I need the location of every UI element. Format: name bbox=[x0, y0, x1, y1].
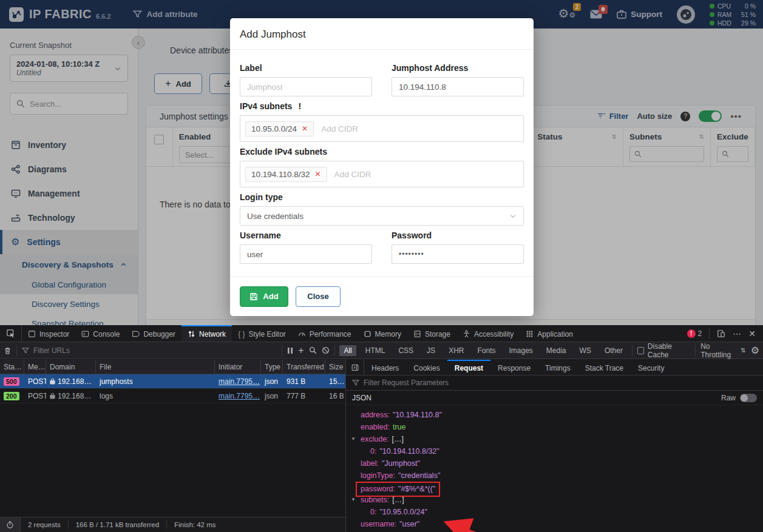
requests-count: 2 requests bbox=[21, 521, 68, 528]
app-window: IP FABRIC 6.6.2 Add attribute ⚙⚙ 2 bbox=[0, 0, 763, 325]
json-section-header: JSON Raw bbox=[346, 391, 763, 405]
tab-console[interactable]: Console bbox=[75, 325, 126, 342]
filter-xhr[interactable]: XHR bbox=[444, 345, 468, 356]
json-row-enabled[interactable]: enabledtrue bbox=[346, 421, 763, 433]
tab-style-editor[interactable]: { } Style Editor bbox=[232, 325, 292, 342]
modal-title: Add Jumphost bbox=[240, 29, 524, 41]
tab-inspector[interactable]: Inspector bbox=[22, 325, 75, 342]
json-row-exclude-0[interactable]: 0"10.194.110.8/32" bbox=[346, 445, 763, 457]
tab-stack-trace[interactable]: Stack Trace bbox=[578, 360, 631, 375]
network-settings-gear-icon[interactable]: ⚙ bbox=[751, 345, 759, 356]
add-cidr-placeholder: Add CIDR bbox=[334, 170, 371, 179]
filter-media[interactable]: Media bbox=[542, 345, 571, 356]
column-initiator[interactable]: Initiator bbox=[215, 360, 261, 374]
tab-application[interactable]: Application bbox=[520, 325, 579, 342]
modal-add-button[interactable]: Add bbox=[240, 286, 288, 307]
modal-close-button[interactable]: Close bbox=[296, 286, 341, 307]
column-domain[interactable]: Domain bbox=[46, 360, 96, 374]
exclude-tag: 10.194.110.8/32 ✕ bbox=[245, 167, 327, 182]
close-devtools-button[interactable]: ✕ bbox=[748, 329, 756, 338]
json-row-label[interactable]: label"Jumphost" bbox=[346, 457, 763, 470]
tab-memory[interactable]: Memory bbox=[358, 325, 407, 342]
tab-network[interactable]: Network bbox=[181, 325, 232, 342]
timing-toggle-button[interactable] bbox=[0, 517, 21, 532]
tab-response[interactable]: Response bbox=[490, 360, 538, 375]
tab-security[interactable]: Security bbox=[631, 360, 671, 375]
subnets-input[interactable]: 10.95.0.0/24 ✕ Add CIDR bbox=[240, 115, 524, 142]
pause-requests-button[interactable] bbox=[287, 347, 293, 354]
error-count-badge[interactable]: ! 2 bbox=[687, 329, 702, 338]
tab-cookies[interactable]: Cookies bbox=[406, 360, 447, 375]
request-list-header: Sta… Me… Domain File Initiator Type Tran… bbox=[0, 360, 345, 374]
username-input[interactable] bbox=[240, 244, 372, 264]
filter-other[interactable]: Other bbox=[600, 345, 627, 356]
modal-footer: Add Close bbox=[230, 276, 534, 316]
responsive-mode-button[interactable] bbox=[717, 329, 725, 338]
request-row-logs[interactable]: 200 POST 192.168… logs main.7795… json 7… bbox=[0, 389, 345, 403]
devtools-menu-button[interactable]: ⋯ bbox=[733, 329, 741, 338]
column-type[interactable]: Type bbox=[261, 360, 283, 374]
finish-time: Finish: 42 ms bbox=[167, 521, 223, 528]
json-row-subnets[interactable]: ▼subnets[…] bbox=[346, 494, 763, 506]
filter-fonts[interactable]: Fonts bbox=[473, 345, 500, 356]
json-row-logintype[interactable]: loginType"credentials" bbox=[346, 470, 763, 482]
password-input[interactable] bbox=[392, 244, 524, 264]
filter-ws[interactable]: WS bbox=[575, 345, 595, 356]
filter-images[interactable]: Images bbox=[504, 345, 537, 356]
clear-requests-button[interactable] bbox=[4, 346, 12, 355]
filter-request-parameters-input[interactable] bbox=[364, 379, 757, 387]
remove-tag-icon[interactable]: ✕ bbox=[302, 124, 308, 133]
initiator-link[interactable]: main.7795… bbox=[219, 377, 260, 386]
tab-headers[interactable]: Headers bbox=[364, 360, 406, 375]
initiator-link[interactable]: main.7795… bbox=[219, 392, 260, 400]
jumphost-address-input[interactable] bbox=[392, 77, 524, 96]
disable-cache-checkbox[interactable]: Disable Cache bbox=[637, 342, 690, 359]
devtools-panel: Inspector Console Debugger Network { } S… bbox=[0, 325, 763, 532]
collapse-details-button[interactable] bbox=[346, 360, 364, 375]
filter-all[interactable]: All bbox=[339, 345, 356, 356]
search-requests-button[interactable] bbox=[309, 346, 317, 354]
label-input[interactable] bbox=[240, 77, 372, 96]
column-method[interactable]: Me… bbox=[24, 360, 46, 374]
username-label: Username bbox=[240, 231, 372, 240]
tab-accessibility[interactable]: Accessibility bbox=[456, 325, 520, 342]
tab-timings[interactable]: Timings bbox=[538, 360, 578, 375]
login-type-select[interactable]: Use credentials bbox=[240, 206, 524, 226]
json-row-username[interactable]: username"user" bbox=[346, 518, 763, 530]
filter-css[interactable]: CSS bbox=[394, 345, 418, 356]
raw-toggle[interactable] bbox=[740, 394, 757, 402]
throttling-select[interactable]: No Throttling ⇅ bbox=[700, 342, 746, 359]
add-request-button[interactable]: + bbox=[298, 345, 304, 356]
column-status[interactable]: Sta… bbox=[0, 360, 24, 374]
lock-icon bbox=[50, 378, 55, 385]
block-request-button[interactable] bbox=[322, 346, 330, 354]
json-row-subnets-0[interactable]: 0"10.95.0.0/24" bbox=[346, 506, 763, 518]
lock-icon bbox=[50, 392, 55, 399]
request-details: Headers Cookies Request Response Timings… bbox=[346, 360, 763, 532]
add-jumphost-modal: Add Jumphost Label Jumphost Address IPv4… bbox=[230, 18, 534, 316]
json-tree: address"10.194.110.8" enabledtrue ▼exclu… bbox=[346, 405, 763, 530]
remove-tag-icon[interactable]: ✕ bbox=[315, 170, 321, 178]
tab-storage[interactable]: Storage bbox=[407, 325, 456, 342]
expand-arrow-icon[interactable]: ▼ bbox=[351, 433, 356, 445]
request-row-jumphosts[interactable]: 500 POST 192.168… jumphosts main.7795… j… bbox=[0, 374, 345, 389]
tab-request[interactable]: Request bbox=[447, 360, 490, 375]
exclude-subnets-input[interactable]: 10.194.110.8/32 ✕ Add CIDR bbox=[240, 161, 524, 187]
add-cidr-placeholder: Add CIDR bbox=[321, 124, 358, 133]
filter-js[interactable]: JS bbox=[422, 345, 439, 356]
json-row-password[interactable]: password"#$%^&*((" bbox=[346, 482, 763, 494]
expand-arrow-icon[interactable]: ▼ bbox=[351, 494, 356, 506]
tab-performance[interactable]: Performance bbox=[292, 325, 358, 342]
pick-element-button[interactable] bbox=[0, 325, 22, 342]
column-transferred[interactable]: Transferred bbox=[283, 360, 325, 374]
json-row-exclude[interactable]: ▼exclude[…] bbox=[346, 433, 763, 445]
json-row-address[interactable]: address"10.194.110.8" bbox=[346, 409, 763, 421]
filter-html[interactable]: HTML bbox=[361, 345, 390, 356]
column-file[interactable]: File bbox=[96, 360, 215, 374]
chevron-down-icon bbox=[509, 212, 517, 220]
filter-request-parameters-box[interactable] bbox=[346, 375, 763, 391]
filter-urls-input[interactable] bbox=[33, 346, 204, 355]
tab-debugger[interactable]: Debugger bbox=[126, 325, 181, 342]
filter-urls-box[interactable] bbox=[22, 346, 204, 355]
column-size[interactable]: Size bbox=[325, 360, 346, 374]
